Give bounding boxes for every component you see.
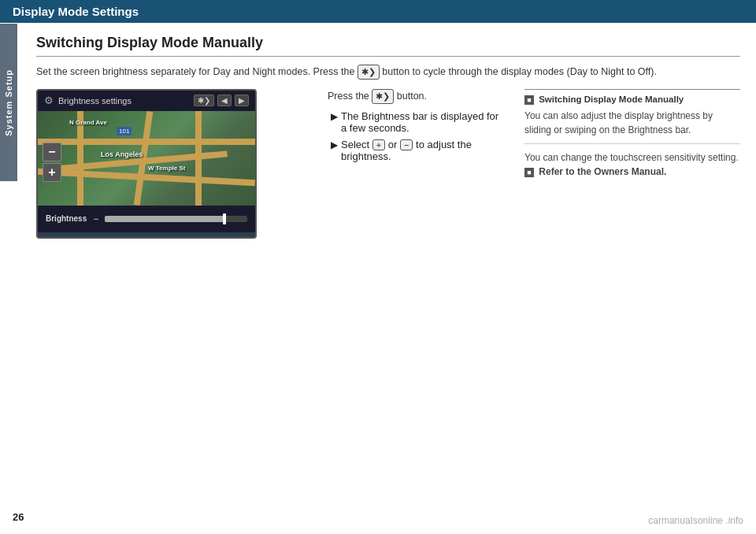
right-column: ■ Switching Display Mode Manually You ca… xyxy=(517,89,740,243)
side-note-title: ■ Switching Display Mode Manually xyxy=(524,95,740,105)
screen-prev-btn: ◀ xyxy=(217,95,232,106)
step1-text: The Brightness bar is displayed for a fe… xyxy=(341,110,501,134)
side-note-text1: You can also adjust the display brightne… xyxy=(524,109,740,137)
section-title: Switching Display Mode Manually xyxy=(36,35,740,57)
step-press-text: Press the ✱❯ button. xyxy=(328,89,501,104)
screen-mockup: ⚙ Brightness settings ✱❯ ◀ ▶ xyxy=(36,89,257,239)
side-tab-label: System Setup xyxy=(4,69,13,136)
screen-header: ⚙ Brightness settings ✱❯ ◀ ▶ xyxy=(38,91,255,111)
map-label-road2: W Temple St xyxy=(148,165,185,172)
brightness-bar-thumb xyxy=(223,213,226,224)
divider xyxy=(524,143,740,144)
press-button-icon: ✱❯ xyxy=(372,89,394,104)
press-label: Press the xyxy=(328,91,369,102)
side-note-box: ■ Switching Display Mode Manually You ca… xyxy=(524,89,740,179)
screen-header-title: Brightness settings xyxy=(58,96,189,106)
map-controls: − + xyxy=(43,143,61,182)
map-minus-btn: − xyxy=(43,143,61,161)
steps-column: Press the ✱❯ button. ▶ The Brightness ba… xyxy=(328,89,501,243)
map-label-road1: N Grand Ave xyxy=(69,119,107,126)
map-plus-btn: + xyxy=(43,163,61,182)
step2-plus-icon: + xyxy=(372,139,385,150)
step1-arrow: ▶ xyxy=(331,111,338,122)
intro-text1: Set the screen brightness separately for… xyxy=(36,66,354,77)
screen-map: 101 Los Angeles N Grand Ave W Temple St … xyxy=(38,111,255,206)
page-number: 26 xyxy=(13,511,24,523)
header-title: Display Mode Settings xyxy=(13,5,139,18)
screen-bottom-bar: Brightness − xyxy=(38,206,255,232)
side-note-text2: You can change the touchscreen sensitivi… xyxy=(524,150,740,179)
step-item-2: ▶ Select + or − to adjust the brightness… xyxy=(328,139,501,163)
brightness-minus-icon: − xyxy=(93,213,98,224)
step2-text: Select + or − to adjust the brightness. xyxy=(341,139,501,163)
map-shield-101: 101 xyxy=(117,127,132,135)
intro-text: Set the screen brightness separately for… xyxy=(36,65,740,80)
brightness-label: Brightness xyxy=(46,214,87,223)
gear-icon: ⚙ xyxy=(44,95,54,106)
side-tab: System Setup xyxy=(0,24,17,181)
screen-next-btn: ▶ xyxy=(235,95,249,106)
left-column: ⚙ Brightness settings ✱❯ ◀ ▶ xyxy=(36,89,312,243)
brightness-bar-fill xyxy=(105,216,226,222)
note-icon: ■ xyxy=(524,95,534,105)
intro-button-icon: ✱❯ xyxy=(358,65,380,80)
main-content: Switching Display Mode Manually Set the … xyxy=(24,24,756,534)
map-label-losangeles: Los Angeles xyxy=(101,150,143,158)
step-item-1: ▶ The Brightness bar is displayed for a … xyxy=(328,110,501,134)
step2-arrow: ▶ xyxy=(331,139,338,150)
two-column-layout: ⚙ Brightness settings ✱❯ ◀ ▶ xyxy=(36,89,740,243)
screen-header-icons: ✱❯ ◀ ▶ xyxy=(194,95,249,106)
header-bar: Display Mode Settings xyxy=(0,0,756,23)
intro-text2: button to cycle through the display mode… xyxy=(382,66,657,77)
step2-minus-icon: − xyxy=(400,139,413,150)
screen-asterisk-btn: ✱❯ xyxy=(194,95,214,106)
press-suffix: button. xyxy=(397,91,427,102)
brightness-bar-track xyxy=(105,216,247,222)
note-icon2: ■ xyxy=(524,168,534,177)
